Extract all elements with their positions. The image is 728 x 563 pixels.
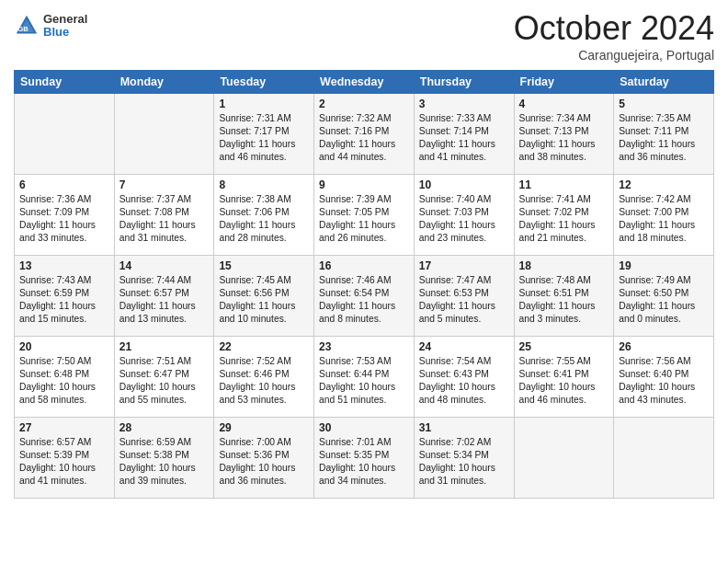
day-number: 21: [119, 340, 210, 353]
day-number: 28: [119, 421, 210, 434]
col-wednesday: Wednesday: [314, 71, 415, 94]
day-detail: Sunrise: 7:00 AMSunset: 5:36 PMDaylight:…: [219, 436, 309, 488]
day-detail: Sunrise: 7:50 AMSunset: 6:48 PMDaylight:…: [19, 355, 109, 407]
calendar-cell: 17Sunrise: 7:47 AMSunset: 6:53 PMDayligh…: [414, 256, 514, 337]
day-detail: Sunrise: 7:35 AMSunset: 7:11 PMDaylight:…: [619, 112, 709, 164]
day-detail: Sunrise: 7:32 AMSunset: 7:16 PMDaylight:…: [319, 112, 409, 164]
day-detail: Sunrise: 7:43 AMSunset: 6:59 PMDaylight:…: [19, 274, 109, 326]
day-number: 13: [19, 259, 109, 272]
col-sunday: Sunday: [15, 71, 115, 94]
day-number: 10: [419, 178, 509, 191]
calendar-cell: [614, 418, 714, 499]
day-number: 22: [219, 340, 309, 353]
day-detail: Sunrise: 7:45 AMSunset: 6:56 PMDaylight:…: [219, 274, 309, 326]
day-detail: Sunrise: 7:53 AMSunset: 6:44 PMDaylight:…: [319, 355, 409, 407]
day-number: 14: [119, 259, 210, 272]
day-number: 2: [319, 98, 409, 110]
calendar-cell: 18Sunrise: 7:48 AMSunset: 6:51 PMDayligh…: [514, 256, 614, 337]
calendar-cell: 5Sunrise: 7:35 AMSunset: 7:11 PMDaylight…: [614, 94, 714, 175]
logo-icon: GB: [14, 13, 40, 39]
day-detail: Sunrise: 7:52 AMSunset: 6:46 PMDaylight:…: [219, 355, 309, 407]
day-number: 25: [519, 340, 609, 353]
day-number: 17: [419, 259, 509, 272]
calendar-cell: 14Sunrise: 7:44 AMSunset: 6:57 PMDayligh…: [114, 256, 214, 337]
day-detail: Sunrise: 7:38 AMSunset: 7:06 PMDaylight:…: [219, 193, 309, 245]
day-detail: Sunrise: 7:56 AMSunset: 6:40 PMDaylight:…: [619, 355, 709, 407]
calendar-cell: 13Sunrise: 7:43 AMSunset: 6:59 PMDayligh…: [15, 256, 115, 337]
day-number: 1: [219, 98, 309, 110]
title-section: October 2024 Caranguejeira, Portugal: [514, 9, 714, 63]
day-detail: Sunrise: 7:55 AMSunset: 6:41 PMDaylight:…: [519, 355, 609, 407]
day-detail: Sunrise: 7:47 AMSunset: 6:53 PMDaylight:…: [419, 274, 509, 326]
day-number: 11: [519, 178, 609, 191]
calendar-cell: 2Sunrise: 7:32 AMSunset: 7:16 PMDaylight…: [314, 94, 415, 175]
calendar-cell: 24Sunrise: 7:54 AMSunset: 6:43 PMDayligh…: [414, 337, 514, 418]
day-number: 29: [219, 421, 309, 434]
calendar-cell: [15, 94, 115, 175]
day-number: 9: [319, 178, 409, 191]
calendar-week-5: 27Sunrise: 6:57 AMSunset: 5:39 PMDayligh…: [15, 418, 714, 499]
day-detail: Sunrise: 7:51 AMSunset: 6:47 PMDaylight:…: [119, 355, 210, 407]
day-number: 6: [19, 178, 109, 191]
calendar-week-3: 13Sunrise: 7:43 AMSunset: 6:59 PMDayligh…: [15, 256, 714, 337]
svg-text:GB: GB: [17, 25, 28, 33]
calendar-page: GB General Blue October 2024 Caranguejei…: [0, 0, 728, 563]
col-saturday: Saturday: [614, 71, 714, 94]
calendar-cell: 1Sunrise: 7:31 AMSunset: 7:17 PMDaylight…: [214, 94, 314, 175]
calendar-cell: 15Sunrise: 7:45 AMSunset: 6:56 PMDayligh…: [214, 256, 314, 337]
day-detail: Sunrise: 7:02 AMSunset: 5:34 PMDaylight:…: [419, 436, 509, 488]
logo-blue: Blue: [43, 26, 87, 39]
day-detail: Sunrise: 7:39 AMSunset: 7:05 PMDaylight:…: [319, 193, 409, 245]
day-number: 12: [619, 178, 709, 191]
day-detail: Sunrise: 7:01 AMSunset: 5:35 PMDaylight:…: [319, 436, 409, 488]
calendar-week-1: 1Sunrise: 7:31 AMSunset: 7:17 PMDaylight…: [15, 94, 714, 175]
calendar-cell: 12Sunrise: 7:42 AMSunset: 7:00 PMDayligh…: [614, 175, 714, 256]
day-detail: Sunrise: 7:33 AMSunset: 7:14 PMDaylight:…: [419, 112, 509, 164]
calendar-cell: 16Sunrise: 7:46 AMSunset: 6:54 PMDayligh…: [314, 256, 415, 337]
day-number: 18: [519, 259, 609, 272]
day-detail: Sunrise: 7:36 AMSunset: 7:09 PMDaylight:…: [19, 193, 109, 245]
calendar-cell: 20Sunrise: 7:50 AMSunset: 6:48 PMDayligh…: [15, 337, 115, 418]
col-tuesday: Tuesday: [214, 71, 314, 94]
day-number: 26: [619, 340, 709, 353]
day-number: 20: [19, 340, 109, 353]
calendar-cell: 3Sunrise: 7:33 AMSunset: 7:14 PMDaylight…: [414, 94, 514, 175]
header-row: Sunday Monday Tuesday Wednesday Thursday…: [15, 71, 714, 94]
day-detail: Sunrise: 7:37 AMSunset: 7:08 PMDaylight:…: [119, 193, 210, 245]
logo: GB General Blue: [14, 13, 87, 40]
location-subtitle: Caranguejeira, Portugal: [514, 48, 714, 63]
day-number: 30: [319, 421, 409, 434]
day-detail: Sunrise: 7:48 AMSunset: 6:51 PMDaylight:…: [519, 274, 609, 326]
calendar-cell: 21Sunrise: 7:51 AMSunset: 6:47 PMDayligh…: [114, 337, 214, 418]
day-number: 3: [419, 98, 509, 110]
calendar-cell: 28Sunrise: 6:59 AMSunset: 5:38 PMDayligh…: [114, 418, 214, 499]
day-number: 8: [219, 178, 309, 191]
day-number: 5: [619, 98, 709, 110]
day-detail: Sunrise: 7:42 AMSunset: 7:00 PMDaylight:…: [619, 193, 709, 245]
day-detail: Sunrise: 7:49 AMSunset: 6:50 PMDaylight:…: [619, 274, 709, 326]
day-number: 19: [619, 259, 709, 272]
calendar-cell: 27Sunrise: 6:57 AMSunset: 5:39 PMDayligh…: [15, 418, 115, 499]
logo-text: General Blue: [43, 13, 87, 40]
day-detail: Sunrise: 7:40 AMSunset: 7:03 PMDaylight:…: [419, 193, 509, 245]
calendar-cell: 25Sunrise: 7:55 AMSunset: 6:41 PMDayligh…: [514, 337, 614, 418]
calendar-cell: 11Sunrise: 7:41 AMSunset: 7:02 PMDayligh…: [514, 175, 614, 256]
calendar-cell: 10Sunrise: 7:40 AMSunset: 7:03 PMDayligh…: [414, 175, 514, 256]
day-detail: Sunrise: 7:54 AMSunset: 6:43 PMDaylight:…: [419, 355, 509, 407]
calendar-cell: 7Sunrise: 7:37 AMSunset: 7:08 PMDaylight…: [114, 175, 214, 256]
calendar-cell: 22Sunrise: 7:52 AMSunset: 6:46 PMDayligh…: [214, 337, 314, 418]
day-number: 24: [419, 340, 509, 353]
calendar-cell: 19Sunrise: 7:49 AMSunset: 6:50 PMDayligh…: [614, 256, 714, 337]
calendar-cell: 8Sunrise: 7:38 AMSunset: 7:06 PMDaylight…: [214, 175, 314, 256]
calendar-cell: 23Sunrise: 7:53 AMSunset: 6:44 PMDayligh…: [314, 337, 415, 418]
calendar-cell: 9Sunrise: 7:39 AMSunset: 7:05 PMDaylight…: [314, 175, 415, 256]
logo-general: General: [43, 13, 87, 26]
col-monday: Monday: [114, 71, 214, 94]
header: GB General Blue October 2024 Caranguejei…: [14, 9, 714, 63]
day-detail: Sunrise: 7:31 AMSunset: 7:17 PMDaylight:…: [219, 112, 309, 164]
col-friday: Friday: [514, 71, 614, 94]
day-number: 7: [119, 178, 210, 191]
day-number: 31: [419, 421, 509, 434]
day-detail: Sunrise: 6:59 AMSunset: 5:38 PMDaylight:…: [119, 436, 210, 488]
calendar-cell: 6Sunrise: 7:36 AMSunset: 7:09 PMDaylight…: [15, 175, 115, 256]
